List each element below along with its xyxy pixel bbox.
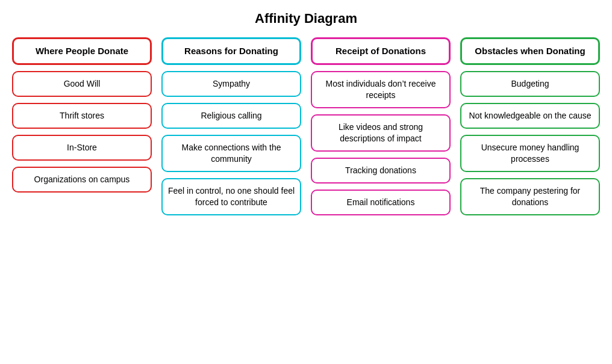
card-reasons-for-donating-1: Religious calling bbox=[161, 103, 301, 129]
header-reasons-for-donating: Reasons for Donating bbox=[161, 37, 301, 65]
card-receipt-of-donations-0: Most individuals don’t receive receipts bbox=[311, 71, 451, 108]
card-reasons-for-donating-0: Sympathy bbox=[161, 71, 301, 97]
header-obstacles-when-donating: Obstacles when Donating bbox=[460, 37, 600, 65]
column-receipt-of-donations: Receipt of DonationsMost individuals don… bbox=[311, 37, 451, 215]
card-where-people-donate-3: Organizations on campus bbox=[12, 167, 152, 193]
card-obstacles-when-donating-2: Unsecure money handling processes bbox=[460, 135, 600, 172]
column-obstacles-when-donating: Obstacles when DonatingBudgetingNot know… bbox=[460, 37, 600, 215]
header-where-people-donate: Where People Donate bbox=[12, 37, 152, 65]
card-receipt-of-donations-1: Like videos and strong descriptions of i… bbox=[311, 114, 451, 152]
column-reasons-for-donating: Reasons for DonatingSympathyReligious ca… bbox=[161, 37, 301, 215]
card-receipt-of-donations-3: Email notifications bbox=[311, 190, 451, 215]
affinity-diagram: Where People DonateGood WillThrift store… bbox=[12, 37, 600, 215]
card-reasons-for-donating-2: Make connections with the community bbox=[161, 135, 301, 172]
column-where-people-donate: Where People DonateGood WillThrift store… bbox=[12, 37, 152, 215]
page-title: Affinity Diagram bbox=[255, 11, 357, 26]
card-obstacles-when-donating-1: Not knowledgeable on the cause bbox=[460, 103, 600, 129]
card-obstacles-when-donating-3: The company pestering for donations bbox=[460, 178, 600, 215]
card-receipt-of-donations-2: Tracking donations bbox=[311, 158, 451, 184]
card-where-people-donate-1: Thrift stores bbox=[12, 103, 152, 129]
card-reasons-for-donating-3: Feel in control, no one should feel forc… bbox=[161, 178, 301, 215]
card-where-people-donate-0: Good Will bbox=[12, 71, 152, 97]
card-where-people-donate-2: In-Store bbox=[12, 135, 152, 161]
header-receipt-of-donations: Receipt of Donations bbox=[311, 37, 451, 65]
card-obstacles-when-donating-0: Budgeting bbox=[460, 71, 600, 97]
